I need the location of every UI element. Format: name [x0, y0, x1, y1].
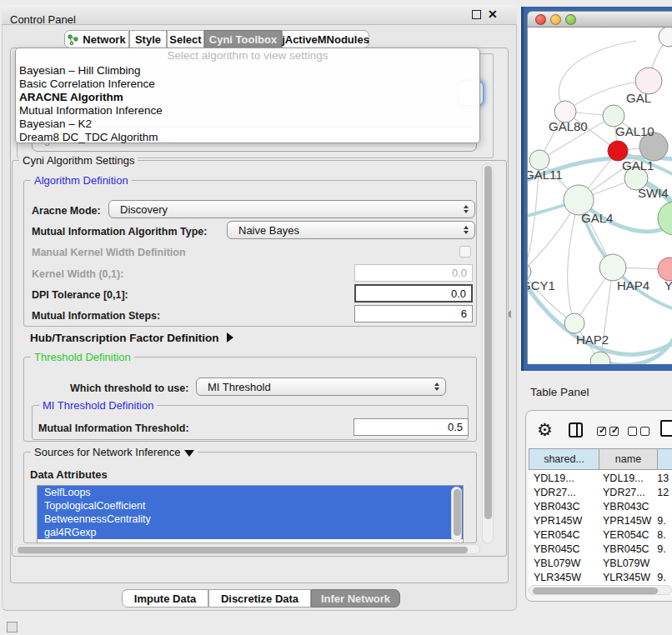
list-item[interactable]: SelfLoops: [38, 486, 463, 499]
close-icon[interactable]: [488, 8, 499, 21]
list-item[interactable]: BetweennessCentrality: [38, 512, 463, 526]
tab-network[interactable]: Network: [64, 30, 129, 48]
node: [564, 313, 584, 333]
aracne-mode-value: Discovery: [120, 203, 168, 216]
sources-group-title[interactable]: Sources for Network Inference: [31, 446, 198, 458]
dropdown-item[interactable]: Bayesian – K2: [19, 118, 476, 131]
kernel-width-value: 0.0: [452, 267, 467, 279]
tab-infer-network[interactable]: Infer Network: [311, 589, 400, 608]
mi-type-combobox[interactable]: Naive Bayes: [227, 221, 475, 239]
node-label: GAL4: [581, 211, 613, 225]
minimize-traffic-light-icon[interactable]: [550, 14, 561, 25]
node-table[interactable]: YDL19...YDL19...13 YDR27...YDR27...12 YB…: [529, 470, 672, 590]
tab-discretize-data[interactable]: Discretize Data: [208, 589, 311, 608]
tab-select[interactable]: Select: [167, 30, 204, 48]
list-vertical-scrollbar[interactable]: [451, 487, 462, 542]
checkbox-unchecked-icon[interactable]: [628, 427, 637, 436]
data-attributes-label: Data Attributes: [30, 468, 108, 481]
tab-label: Select: [169, 33, 201, 46]
aracne-mode-label: Aracne Mode:: [32, 205, 101, 217]
mi-steps-input[interactable]: 6: [354, 305, 473, 322]
table-row[interactable]: YDR27...YDR27...12: [529, 486, 672, 500]
network-window-titlebar[interactable]: [527, 11, 672, 28]
checkbox-unchecked-icon[interactable]: [640, 427, 649, 436]
table-row[interactable]: YLR345WYLR345W9.: [529, 571, 672, 585]
gear-icon[interactable]: ⚙: [537, 420, 553, 440]
mi-threshold-group-title: MI Threshold Definition: [39, 399, 157, 412]
settings-horizontal-scrollbar[interactable]: [15, 544, 480, 554]
node-label: SWI4: [638, 186, 669, 200]
list-item[interactable]: TopologicalCoefficient: [38, 499, 463, 512]
table-row[interactable]: YER054CYER054C8.: [529, 528, 672, 542]
float-window-icon[interactable]: [472, 10, 481, 19]
dropdown-item[interactable]: Bayesian – Hill Climbing: [19, 64, 476, 78]
mi-threshold-label: Mutual Information Threshold:: [38, 422, 189, 434]
node-label: GAL1: [622, 158, 654, 172]
close-traffic-light-icon[interactable]: [535, 14, 546, 25]
table-row[interactable]: YBL079WYBL079W: [529, 557, 672, 571]
column-header-partial[interactable]: [657, 448, 672, 470]
which-threshold-combobox[interactable]: MI Threshold: [196, 378, 446, 396]
dropdown-item[interactable]: Mutual Information Inference: [19, 104, 476, 118]
dock-icon[interactable]: [7, 622, 18, 632]
tab-label: Impute Data: [134, 592, 196, 605]
hub-expand-arrow-icon[interactable]: [227, 332, 233, 342]
table-row[interactable]: YDL19...YDL19...13: [529, 472, 672, 486]
data-attributes-list[interactable]: SelfLoops TopologicalCoefficient Between…: [37, 485, 464, 543]
tab-jactivemnodules[interactable]: jActiveMNodules: [282, 30, 369, 48]
mi-steps-label: Mutual Information Steps:: [32, 310, 160, 322]
table-row[interactable]: YBR045CYBR045C9.: [529, 542, 672, 557]
node-label: Y: [664, 278, 672, 292]
list-item[interactable]: gal4RGexp: [38, 526, 463, 539]
node-label: GAL10: [615, 124, 654, 138]
dropdown-item[interactable]: Dream8 DC_TDC Algorithm: [19, 131, 476, 144]
hub-definition-toggle[interactable]: Hub/Transcription Factor Definition: [30, 332, 219, 344]
mi-threshold-input[interactable]: 0.5: [354, 418, 469, 436]
chevron-updown-icon: [464, 205, 469, 213]
node-label: GAL80: [549, 119, 588, 133]
algorithm-definition-title: Algorithm Definition: [31, 174, 132, 187]
document-icon[interactable]: [660, 420, 672, 437]
dpi-tolerance-label: DPI Tolerance [0,1]:: [32, 289, 128, 301]
node: [590, 352, 610, 364]
dpi-tolerance-input[interactable]: 0.0: [354, 284, 473, 302]
table-row[interactable]: YBR043CYBR043C: [529, 500, 672, 514]
settings-vertical-scrollbar[interactable]: [482, 163, 494, 543]
settings-group-title: Cyni Algorithm Settings: [19, 154, 138, 167]
kernel-width-input[interactable]: 0.0: [354, 264, 473, 282]
tab-cyni-toolbox[interactable]: Cyni Toolbox: [204, 30, 282, 48]
screen: Control Panel Network Style Select Cyni …: [0, 0, 672, 635]
chevron-updown-icon: [434, 382, 439, 391]
dpi-tolerance-value: 0.0: [451, 288, 466, 300]
dropdown-item-selected[interactable]: ARACNE Algorithm: [19, 91, 476, 104]
network-canvas[interactable]: GAL GAL80 GAL10 GAL1 GAL11 SWI4 GAL4 GCY…: [527, 28, 672, 364]
tab-style[interactable]: Style: [129, 30, 167, 48]
node-label: GCY1: [528, 278, 555, 292]
manual-kernel-checkbox[interactable]: [459, 246, 471, 258]
checkbox-checked-icon[interactable]: [609, 427, 619, 436]
node-label: HAP4: [617, 278, 649, 292]
tab-impute-data[interactable]: Impute Data: [122, 589, 208, 608]
aracne-mode-combobox[interactable]: Discovery: [108, 200, 475, 218]
table-horizontal-scrollbar[interactable]: [529, 585, 672, 595]
node-label: GAL11: [528, 168, 563, 182]
manual-kernel-label: Manual Kernel Width Definition: [32, 247, 186, 258]
node-label: GAL: [626, 91, 651, 105]
checkbox-checked-icon[interactable]: [597, 427, 606, 436]
mi-threshold-value: 0.5: [448, 421, 463, 433]
which-threshold-label: Which threshold to use:: [70, 382, 188, 394]
dropdown-item[interactable]: Basic Correlation Inference: [19, 78, 476, 91]
column-header-name[interactable]: name: [599, 448, 658, 470]
mi-steps-value: 6: [461, 308, 467, 320]
network-graph: GAL GAL80 GAL10 GAL1 GAL11 SWI4 GAL4 GCY…: [528, 28, 672, 364]
zoom-traffic-light-icon[interactable]: [565, 14, 576, 25]
node: [599, 254, 626, 281]
split-columns-icon[interactable]: [569, 422, 583, 438]
network-tab-icon: [68, 34, 78, 45]
tab-label: Style: [135, 33, 161, 46]
table-row[interactable]: YPR145WYPR145W9.: [529, 514, 672, 528]
kernel-width-label: Kernel Width (0,1):: [32, 268, 123, 280]
sources-collapse-arrow-icon[interactable]: [184, 450, 194, 457]
column-header-shared[interactable]: shared...: [529, 448, 599, 470]
chevron-updown-icon: [464, 226, 469, 234]
